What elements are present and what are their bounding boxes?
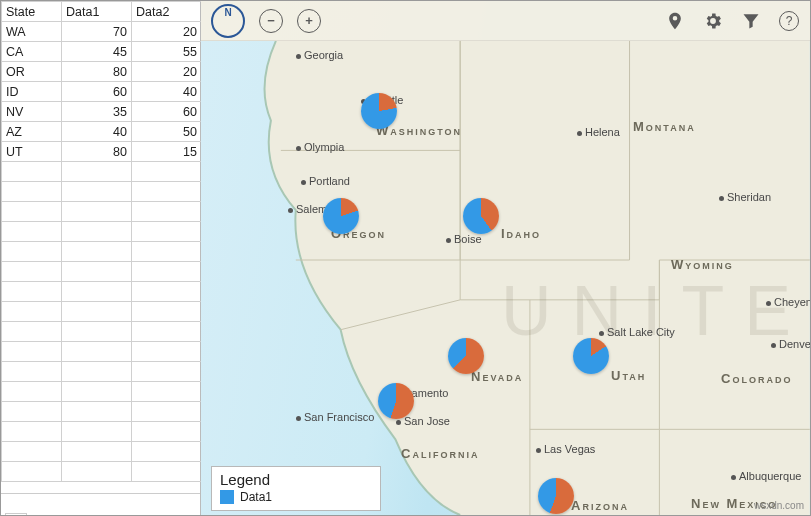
compass-icon[interactable]: N [211,4,245,38]
cell[interactable] [132,202,202,222]
cell[interactable]: 60 [62,82,132,102]
city-label: Salt Lake City [599,326,675,338]
sheet-tab[interactable] [5,513,27,515]
cell[interactable]: 80 [62,142,132,162]
cell[interactable] [132,162,202,182]
cell[interactable] [62,322,132,342]
cell[interactable] [132,342,202,362]
cell[interactable]: 70 [62,22,132,42]
cell[interactable] [2,402,62,422]
cell[interactable] [132,242,202,262]
cell[interactable] [62,442,132,462]
cell[interactable] [62,202,132,222]
table-row[interactable]: AZ4050 [2,122,202,142]
table-row[interactable]: WA7020 [2,22,202,42]
cell[interactable] [62,222,132,242]
cell[interactable] [62,302,132,322]
cell[interactable]: NV [2,102,62,122]
help-icon[interactable]: ? [778,10,800,32]
cell[interactable]: 20 [132,62,202,82]
cell[interactable]: OR [2,62,62,82]
cell[interactable] [132,262,202,282]
cell[interactable] [2,462,62,482]
cell[interactable] [2,282,62,302]
pie-marker-nv[interactable] [448,338,484,374]
cell[interactable] [2,202,62,222]
cell[interactable] [132,182,202,202]
cell[interactable] [62,282,132,302]
cell[interactable]: 40 [132,82,202,102]
cell[interactable] [2,182,62,202]
table-row[interactable]: CA4555 [2,42,202,62]
cell[interactable] [62,422,132,442]
pie-marker-id[interactable] [463,198,499,234]
cell[interactable]: 35 [62,102,132,122]
column-header[interactable]: State [2,2,62,22]
cell[interactable]: WA [2,22,62,42]
cell[interactable] [132,302,202,322]
cell[interactable] [132,402,202,422]
cell[interactable] [2,222,62,242]
sheet-tab-strip [1,493,200,515]
map-panel[interactable]: N − + ? [201,1,810,515]
zoom-out-button[interactable]: − [259,9,283,33]
zoom-in-button[interactable]: + [297,9,321,33]
cell[interactable] [132,422,202,442]
cell[interactable] [62,262,132,282]
cell[interactable]: 50 [132,122,202,142]
cell[interactable] [2,302,62,322]
column-header[interactable]: Data1 [62,2,132,22]
cell[interactable] [132,222,202,242]
cell[interactable]: 60 [132,102,202,122]
cell[interactable]: 55 [132,42,202,62]
cell[interactable] [2,262,62,282]
cell[interactable]: ID [2,82,62,102]
cell[interactable]: 15 [132,142,202,162]
cell[interactable] [132,322,202,342]
pie-marker-wa[interactable] [361,93,397,129]
cell[interactable] [2,362,62,382]
filter-icon[interactable] [740,10,762,32]
cell[interactable] [2,342,62,362]
gear-icon[interactable] [702,10,724,32]
cell[interactable]: CA [2,42,62,62]
cell[interactable] [62,182,132,202]
cell[interactable] [62,402,132,422]
map-canvas[interactable]: UNITE Washington Oregon Idaho Montana Wy… [201,1,810,515]
cell[interactable] [2,422,62,442]
cell[interactable] [132,362,202,382]
cell[interactable] [2,322,62,342]
pie-marker-ca[interactable] [378,383,414,419]
location-icon[interactable] [664,10,686,32]
table-row[interactable]: ID6040 [2,82,202,102]
cell[interactable]: AZ [2,122,62,142]
cell[interactable] [62,462,132,482]
table-row[interactable]: NV3560 [2,102,202,122]
cell[interactable] [132,282,202,302]
cell[interactable]: 45 [62,42,132,62]
cell[interactable] [62,342,132,362]
pie-marker-az[interactable] [538,478,574,514]
pie-marker-ut[interactable] [573,338,609,374]
cell[interactable] [2,162,62,182]
cell[interactable] [62,242,132,262]
column-header[interactable]: Data2 [132,2,202,22]
cell[interactable] [2,442,62,462]
cell[interactable] [2,382,62,402]
cell[interactable]: UT [2,142,62,162]
cell[interactable] [2,242,62,262]
cell[interactable] [62,382,132,402]
cell[interactable] [132,442,202,462]
cell[interactable]: 40 [62,122,132,142]
city-label: Cheyenn [766,296,810,308]
cell[interactable] [62,362,132,382]
cell[interactable] [132,462,202,482]
table-row[interactable]: OR8020 [2,62,202,82]
cell[interactable]: 80 [62,62,132,82]
pie-marker-or[interactable] [323,198,359,234]
cell[interactable]: 20 [132,22,202,42]
state-label: Colorado [721,371,792,386]
cell[interactable] [132,382,202,402]
cell[interactable] [62,162,132,182]
table-row[interactable]: UT8015 [2,142,202,162]
